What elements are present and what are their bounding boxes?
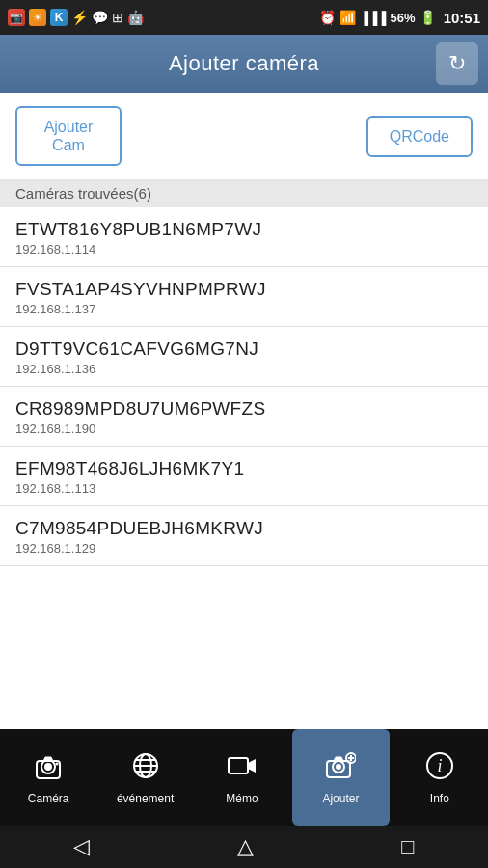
svg-text:i: i bbox=[437, 756, 442, 775]
nav-label: Mémo bbox=[226, 792, 258, 805]
nav-item-info[interactable]: i Info bbox=[392, 729, 488, 826]
back-button[interactable]: ◁ bbox=[73, 834, 90, 859]
signal-icon: ▐▐▐ bbox=[360, 11, 387, 25]
camera-name: FVSTA1AP4SYVHNPMPRWJ bbox=[15, 279, 473, 300]
wifi-icon: 📶 bbox=[339, 10, 356, 25]
camera-name: C7M9854PDUEBJH6MKRWJ bbox=[15, 518, 473, 539]
svg-point-3 bbox=[56, 762, 59, 765]
camera-ip: 192.168.1.136 bbox=[15, 362, 473, 376]
page-title: Ajouter caméra bbox=[169, 51, 319, 76]
action-row: Ajouter Cam QRCode bbox=[0, 93, 488, 179]
camera-add-icon bbox=[325, 750, 356, 786]
nav-label: Caméra bbox=[28, 792, 69, 805]
camera-list-item[interactable]: FVSTA1AP4SYVHNPMPRWJ 192.168.1.137 bbox=[0, 267, 488, 327]
camera-ip: 192.168.1.114 bbox=[15, 242, 473, 257]
android-bar: ◁ △ □ bbox=[0, 826, 488, 868]
info-icon: i bbox=[424, 750, 455, 786]
svg-rect-9 bbox=[229, 758, 248, 773]
camera-list: ETWT816Y8PUB1N6MP7WJ 192.168.1.114 FVSTA… bbox=[0, 207, 488, 566]
nav-label: Ajouter bbox=[322, 792, 359, 805]
k-status-icon: K bbox=[50, 9, 68, 26]
globe-icon bbox=[130, 750, 161, 786]
camera-status-icon: 📷 bbox=[8, 9, 25, 26]
time-display: 10:51 bbox=[444, 10, 480, 26]
section-label: Caméras trouvées(6) bbox=[15, 185, 151, 202]
camera-icon bbox=[33, 750, 64, 786]
nav-item-memo[interactable]: Mémo bbox=[194, 729, 290, 826]
alarm-icon: ⏰ bbox=[319, 10, 336, 25]
sun-status-icon: ☀ bbox=[29, 9, 46, 26]
qrcode-button[interactable]: QRCode bbox=[366, 116, 473, 157]
video-icon bbox=[227, 750, 258, 786]
nav-item-camera[interactable]: Caméra bbox=[0, 729, 96, 826]
recent-button[interactable]: □ bbox=[401, 834, 414, 859]
camera-ip: 192.168.1.190 bbox=[15, 421, 473, 436]
status-icons-left: 📷 ☀ K ⚡ 💬 ⊞ 🤖 bbox=[8, 9, 144, 26]
camera-list-item[interactable]: CR8989MPD8U7UM6PWFZS 192.168.1.190 bbox=[0, 387, 488, 447]
camera-ip: 192.168.1.129 bbox=[15, 541, 473, 556]
svg-point-1 bbox=[44, 763, 52, 771]
camera-name: CR8989MPD8U7UM6PWFZS bbox=[15, 398, 473, 420]
title-bar: Ajouter caméra ↻ bbox=[0, 35, 488, 93]
nav-label: Info bbox=[430, 792, 449, 805]
refresh-button[interactable]: ↻ bbox=[436, 42, 478, 85]
grid-icon: ⊞ bbox=[112, 10, 123, 25]
bottom-nav: Caméra événement Mémo Ajouter i Info bbox=[0, 729, 488, 826]
camera-list-item[interactable]: C7M9854PDUEBJH6MKRWJ 192.168.1.129 bbox=[0, 506, 488, 566]
camera-list-item[interactable]: D9TT9VC61CAFVG6MG7NJ 192.168.1.136 bbox=[0, 327, 488, 387]
nav-label: événement bbox=[117, 792, 174, 805]
nav-item-ajouter[interactable]: Ajouter bbox=[292, 729, 389, 826]
camera-list-item[interactable]: ETWT816Y8PUB1N6MP7WJ 192.168.1.114 bbox=[0, 207, 488, 267]
camera-name: ETWT816Y8PUB1N6MP7WJ bbox=[15, 219, 473, 240]
battery-icon: 🔋 bbox=[420, 10, 436, 25]
add-cam-button[interactable]: Ajouter Cam bbox=[15, 106, 122, 166]
home-button[interactable]: △ bbox=[237, 834, 254, 859]
message-icon: 💬 bbox=[92, 10, 108, 25]
camera-name: EFM98T468J6LJH6MK7Y1 bbox=[15, 458, 473, 479]
android-icon: 🤖 bbox=[127, 10, 144, 25]
camera-name: D9TT9VC61CAFVG6MG7NJ bbox=[15, 339, 473, 360]
camera-list-item[interactable]: EFM98T468J6LJH6MK7Y1 192.168.1.113 bbox=[0, 447, 488, 506]
section-header: Caméras trouvées(6) bbox=[0, 179, 488, 207]
svg-point-11 bbox=[336, 764, 341, 770]
status-bar: 📷 ☀ K ⚡ 💬 ⊞ 🤖 ⏰ 📶 ▐▐▐ 56% 🔋 10:51 bbox=[0, 0, 488, 35]
battery-percent: 56% bbox=[391, 11, 416, 25]
nav-item-evenement[interactable]: événement bbox=[96, 729, 193, 826]
usb-icon: ⚡ bbox=[71, 10, 88, 25]
camera-ip: 192.168.1.113 bbox=[15, 481, 473, 496]
status-right: ⏰ 📶 ▐▐▐ 56% 🔋 10:51 bbox=[319, 10, 480, 26]
camera-ip: 192.168.1.137 bbox=[15, 302, 473, 316]
